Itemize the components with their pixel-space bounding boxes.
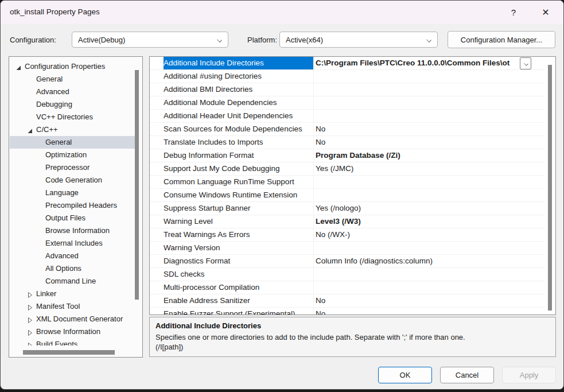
tree-item-general[interactable]: General (10, 136, 135, 149)
property-name[interactable]: Additional Include Directories (164, 57, 314, 69)
tree-item-external-includes[interactable]: External Includes (10, 237, 135, 250)
property-row[interactable]: Enable Address SanitizerNo (150, 294, 544, 308)
tree-expanded-icon[interactable] (15, 64, 21, 69)
tree-item-vc-directories[interactable]: VC++ Directories (10, 111, 135, 123)
property-row[interactable]: Additional Module Dependencies (150, 96, 544, 110)
tree-item-debugging[interactable]: Debugging (10, 98, 135, 111)
property-value[interactable]: Program Database (/Zi) (314, 149, 544, 162)
property-value[interactable] (314, 110, 544, 122)
tree-item-language[interactable]: Language (10, 187, 135, 199)
property-row[interactable]: Consume Windows Runtime Extension (150, 189, 544, 202)
configuration-dropdown[interactable]: Active(Debug) (72, 32, 228, 48)
tree-collapsed-icon[interactable] (27, 341, 33, 346)
tree-collapsed-icon[interactable] (27, 316, 33, 322)
property-row[interactable]: Additional Include DirectoriesC:\Program… (150, 57, 544, 70)
property-value[interactable] (314, 189, 544, 201)
property-value[interactable]: No (314, 294, 544, 307)
property-row[interactable]: Translate Includes to ImportsNo (150, 136, 544, 149)
property-name[interactable]: Warning Version (164, 242, 314, 254)
tree-item-output-files[interactable]: Output Files (10, 212, 135, 224)
property-name[interactable]: Scan Sources for Module Dependencies (164, 123, 314, 135)
property-value[interactable]: No (314, 123, 544, 135)
tree-vertical-scrollbar[interactable] (135, 57, 139, 357)
tree-collapsed-icon[interactable] (27, 329, 33, 335)
property-name[interactable]: Additional Header Unit Dependencies (164, 110, 314, 122)
property-name[interactable]: Suppress Startup Banner (164, 202, 314, 215)
property-name[interactable]: Consume Windows Runtime Extension (164, 189, 314, 201)
tree-item-browse-information[interactable]: Browse Information (10, 224, 135, 237)
property-value[interactable]: No (/WX-) (314, 228, 544, 241)
tree-horizontal-scrollbar[interactable] (23, 350, 115, 355)
tree-item-optimization[interactable]: Optimization (10, 149, 135, 161)
tree-item-browse-information[interactable]: Browse Information (10, 325, 135, 338)
tree-item-command-line[interactable]: Command Line (10, 275, 135, 288)
property-name[interactable]: Warning Level (164, 215, 314, 228)
property-row[interactable]: Additional #using Directories (150, 70, 544, 83)
property-name[interactable]: Common Language RunTime Support (164, 176, 314, 188)
tree-collapsed-icon[interactable] (27, 291, 33, 297)
property-name[interactable]: Translate Includes to Imports (164, 136, 314, 149)
property-value[interactable]: Yes (/nologo) (314, 202, 544, 215)
grid-vertical-scrollbar[interactable] (548, 65, 552, 311)
tree-item-advanced[interactable]: Advanced (10, 250, 135, 262)
property-value[interactable]: Column Info (/diagnostics:column) (314, 255, 544, 267)
property-row[interactable]: Suppress Startup BannerYes (/nologo) (150, 202, 544, 215)
tree-item-advanced[interactable]: Advanced (10, 86, 135, 98)
property-value[interactable] (314, 83, 544, 96)
property-row[interactable]: Scan Sources for Module DependenciesNo (150, 123, 544, 136)
property-value[interactable]: Yes (/JMC) (314, 162, 544, 175)
tree-item-all-options[interactable]: All Options (10, 262, 135, 275)
tree-item-preprocessor[interactable]: Preprocessor (10, 161, 135, 174)
property-row[interactable]: Treat Warnings As ErrorsNo (/WX-) (150, 228, 544, 242)
property-value[interactable] (314, 176, 544, 188)
apply-button[interactable]: Apply (502, 367, 556, 383)
property-value[interactable] (314, 242, 544, 254)
property-name[interactable]: SDL checks (164, 268, 314, 281)
configuration-manager-button[interactable]: Configuration Manager... (448, 31, 555, 48)
property-value[interactable]: Level3 (/W3) (314, 215, 544, 228)
property-name[interactable]: Treat Warnings As Errors (164, 228, 314, 241)
tree-item-linker[interactable]: Linker (10, 288, 135, 300)
value-dropdown-button[interactable] (520, 57, 531, 69)
scrollbar-thumb[interactable] (135, 70, 139, 300)
property-value[interactable] (314, 96, 544, 109)
property-row[interactable]: Diagnostics FormatColumn Info (/diagnost… (150, 255, 544, 268)
property-row[interactable]: Warning Version (150, 242, 544, 255)
property-row[interactable]: Additional Header Unit Dependencies (150, 110, 544, 123)
tree-item-code-generation[interactable]: Code Generation (10, 174, 135, 187)
property-row[interactable]: Multi-processor Compilation (150, 281, 544, 294)
tree-item-build-events[interactable]: Build Events (10, 338, 135, 346)
platform-dropdown[interactable]: Active(x64) (279, 32, 438, 48)
property-name[interactable]: Debug Information Format (164, 149, 314, 162)
property-value[interactable] (314, 281, 544, 294)
property-row[interactable]: Additional BMI Directories (150, 83, 544, 96)
property-name[interactable]: Support Just My Code Debugging (164, 162, 314, 175)
tree-collapsed-icon[interactable] (27, 304, 33, 309)
cancel-button[interactable]: Cancel (440, 367, 494, 383)
ok-button[interactable]: OK (378, 367, 432, 383)
property-name[interactable]: Additional Module Dependencies (164, 96, 314, 109)
property-value[interactable]: No (314, 136, 544, 149)
property-name[interactable]: Enable Fuzzer Support (Experimental) (164, 308, 314, 315)
tree-item-xml-document-generator[interactable]: XML Document Generator (10, 313, 135, 325)
property-name[interactable]: Multi-processor Compilation (164, 281, 314, 294)
property-row[interactable]: Common Language RunTime Support (150, 176, 544, 189)
property-value[interactable] (314, 268, 544, 281)
property-value[interactable]: C:\Program Files\PTC\Creo 11.0.0.0\Commo… (314, 57, 544, 69)
tree-item-precompiled-headers[interactable]: Precompiled Headers (10, 199, 135, 212)
tree-expanded-icon[interactable] (27, 127, 33, 133)
property-name[interactable]: Enable Address Sanitizer (164, 294, 314, 307)
help-icon[interactable]: ? (500, 1, 527, 24)
tree-item-configuration-properties[interactable]: Configuration Properties (10, 60, 135, 73)
property-value[interactable] (314, 70, 544, 83)
tree-item-manifest-tool[interactable]: Manifest Tool (10, 300, 135, 313)
tree-item-general[interactable]: General (10, 73, 135, 86)
property-name[interactable]: Additional #using Directories (164, 70, 314, 83)
property-row[interactable]: Warning LevelLevel3 (/W3) (150, 215, 544, 228)
close-icon[interactable]: ✕ (532, 1, 559, 24)
property-name[interactable]: Diagnostics Format (164, 255, 314, 267)
property-row[interactable]: Enable Fuzzer Support (Experimental)No (150, 308, 544, 315)
tree-item-c-c-[interactable]: C/C++ (10, 123, 135, 136)
property-row[interactable]: Support Just My Code DebuggingYes (/JMC) (150, 162, 544, 176)
property-row[interactable]: SDL checks (150, 268, 544, 281)
